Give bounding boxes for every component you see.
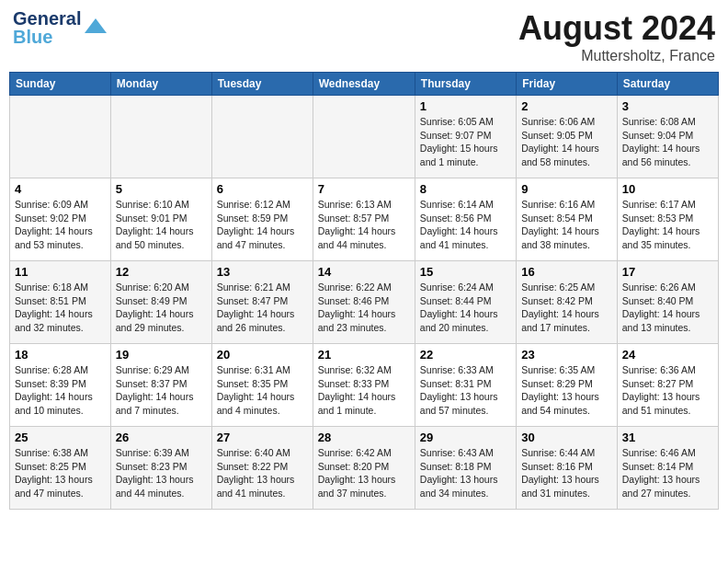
day-number: 13 (217, 265, 308, 279)
day-info: Sunrise: 6:46 AM Sunset: 8:14 PM Dayligh… (622, 446, 713, 500)
header-saturday: Saturday (617, 73, 718, 96)
day-number: 15 (420, 265, 511, 279)
header-sunday: Sunday (10, 73, 111, 96)
day-info: Sunrise: 6:28 AM Sunset: 8:39 PM Dayligh… (15, 363, 106, 418)
day-info: Sunrise: 6:36 AM Sunset: 8:27 PM Dayligh… (622, 363, 713, 418)
day-info: Sunrise: 6:33 AM Sunset: 8:31 PM Dayligh… (420, 363, 511, 418)
day-number: 24 (622, 348, 713, 362)
week-row-3: 11Sunrise: 6:18 AM Sunset: 8:51 PM Dayli… (10, 261, 719, 344)
day-info: Sunrise: 6:22 AM Sunset: 8:46 PM Dayligh… (318, 281, 410, 335)
calendar-cell: 14Sunrise: 6:22 AM Sunset: 8:46 PM Dayli… (313, 261, 415, 344)
calendar-cell: 12Sunrise: 6:20 AM Sunset: 8:49 PM Dayli… (110, 261, 211, 344)
day-info: Sunrise: 6:12 AM Sunset: 8:59 PM Dayligh… (217, 198, 308, 252)
day-info: Sunrise: 6:20 AM Sunset: 8:49 PM Dayligh… (116, 281, 207, 335)
day-number: 11 (15, 265, 106, 279)
day-info: Sunrise: 6:14 AM Sunset: 8:56 PM Dayligh… (420, 198, 511, 252)
day-number: 17 (622, 265, 713, 279)
day-number: 29 (420, 431, 511, 444)
day-info: Sunrise: 6:26 AM Sunset: 8:40 PM Dayligh… (622, 281, 713, 335)
logo-general: General (13, 9, 81, 28)
calendar-cell: 18Sunrise: 6:28 AM Sunset: 8:39 PM Dayli… (10, 344, 111, 427)
day-number: 16 (521, 265, 612, 279)
day-info: Sunrise: 6:16 AM Sunset: 8:54 PM Dayligh… (521, 198, 612, 252)
header-thursday: Thursday (415, 73, 516, 96)
day-info: Sunrise: 6:21 AM Sunset: 8:47 PM Dayligh… (217, 281, 308, 335)
day-number: 21 (318, 348, 410, 362)
day-number: 10 (622, 182, 713, 196)
day-number: 20 (217, 348, 308, 362)
calendar-cell: 2Sunrise: 6:06 AM Sunset: 9:05 PM Daylig… (517, 96, 618, 178)
day-number: 27 (217, 431, 308, 444)
logo-blue: Blue (13, 28, 81, 46)
day-number: 12 (116, 265, 207, 279)
week-row-4: 18Sunrise: 6:28 AM Sunset: 8:39 PM Dayli… (10, 344, 719, 427)
day-info: Sunrise: 6:08 AM Sunset: 9:04 PM Dayligh… (622, 115, 713, 169)
calendar-cell (110, 96, 211, 178)
day-number: 28 (318, 431, 410, 444)
header-friday: Friday (517, 73, 618, 96)
day-number: 9 (521, 182, 612, 196)
calendar-cell (10, 96, 111, 178)
calendar-header-row: Sunday Monday Tuesday Wednesday Thursday… (10, 73, 719, 96)
title-block: August 2024 Muttersholtz, France (518, 9, 715, 64)
calendar-cell: 22Sunrise: 6:33 AM Sunset: 8:31 PM Dayli… (415, 344, 516, 427)
calendar-cell: 21Sunrise: 6:32 AM Sunset: 8:33 PM Dayli… (313, 344, 415, 427)
calendar-cell: 19Sunrise: 6:29 AM Sunset: 8:37 PM Dayli… (110, 344, 211, 427)
calendar-cell: 29Sunrise: 6:43 AM Sunset: 8:18 PM Dayli… (415, 427, 516, 510)
day-number: 4 (15, 182, 106, 196)
calendar-cell: 16Sunrise: 6:25 AM Sunset: 8:42 PM Dayli… (517, 261, 618, 344)
day-info: Sunrise: 6:10 AM Sunset: 9:01 PM Dayligh… (116, 198, 207, 252)
day-info: Sunrise: 6:35 AM Sunset: 8:29 PM Dayligh… (521, 363, 612, 418)
calendar-cell: 8Sunrise: 6:14 AM Sunset: 8:56 PM Daylig… (415, 178, 516, 261)
day-number: 22 (420, 348, 511, 362)
day-info: Sunrise: 6:17 AM Sunset: 8:53 PM Dayligh… (622, 198, 713, 252)
day-info: Sunrise: 6:44 AM Sunset: 8:16 PM Dayligh… (521, 446, 612, 500)
calendar-cell: 10Sunrise: 6:17 AM Sunset: 8:53 PM Dayli… (617, 178, 718, 261)
calendar-cell: 17Sunrise: 6:26 AM Sunset: 8:40 PM Dayli… (617, 261, 718, 344)
day-number: 23 (521, 348, 612, 362)
calendar-cell: 9Sunrise: 6:16 AM Sunset: 8:54 PM Daylig… (517, 178, 618, 261)
day-number: 7 (318, 182, 410, 196)
calendar-cell: 26Sunrise: 6:39 AM Sunset: 8:23 PM Dayli… (110, 427, 211, 510)
calendar-cell: 6Sunrise: 6:12 AM Sunset: 8:59 PM Daylig… (211, 178, 313, 261)
svg-marker-0 (85, 18, 107, 33)
week-row-2: 4Sunrise: 6:09 AM Sunset: 9:02 PM Daylig… (10, 178, 719, 261)
day-number: 30 (521, 431, 612, 444)
calendar-cell (313, 96, 415, 178)
day-info: Sunrise: 6:42 AM Sunset: 8:20 PM Dayligh… (318, 446, 410, 500)
day-number: 25 (15, 431, 106, 444)
calendar-cell: 20Sunrise: 6:31 AM Sunset: 8:35 PM Dayli… (211, 344, 313, 427)
calendar-cell: 30Sunrise: 6:44 AM Sunset: 8:16 PM Dayli… (517, 427, 618, 510)
day-info: Sunrise: 6:29 AM Sunset: 8:37 PM Dayligh… (116, 363, 207, 418)
day-info: Sunrise: 6:05 AM Sunset: 9:07 PM Dayligh… (420, 115, 511, 169)
calendar-cell: 3Sunrise: 6:08 AM Sunset: 9:04 PM Daylig… (617, 96, 718, 178)
day-info: Sunrise: 6:31 AM Sunset: 8:35 PM Dayligh… (217, 363, 308, 418)
calendar-cell: 1Sunrise: 6:05 AM Sunset: 9:07 PM Daylig… (415, 96, 516, 178)
day-number: 5 (116, 182, 207, 196)
calendar-cell: 7Sunrise: 6:13 AM Sunset: 8:57 PM Daylig… (313, 178, 415, 261)
day-info: Sunrise: 6:43 AM Sunset: 8:18 PM Dayligh… (420, 446, 511, 500)
week-row-1: 1Sunrise: 6:05 AM Sunset: 9:07 PM Daylig… (10, 96, 719, 178)
day-info: Sunrise: 6:39 AM Sunset: 8:23 PM Dayligh… (116, 446, 207, 500)
day-info: Sunrise: 6:25 AM Sunset: 8:42 PM Dayligh… (521, 281, 612, 335)
day-number: 14 (318, 265, 410, 279)
day-number: 6 (217, 182, 308, 196)
logo-icon (83, 15, 108, 40)
calendar-cell: 28Sunrise: 6:42 AM Sunset: 8:20 PM Dayli… (313, 427, 415, 510)
calendar-cell: 13Sunrise: 6:21 AM Sunset: 8:47 PM Dayli… (211, 261, 313, 344)
day-number: 19 (116, 348, 207, 362)
day-number: 31 (622, 431, 713, 444)
day-info: Sunrise: 6:38 AM Sunset: 8:25 PM Dayligh… (15, 446, 106, 500)
day-number: 2 (521, 99, 612, 113)
day-number: 18 (15, 348, 106, 362)
calendar-cell: 31Sunrise: 6:46 AM Sunset: 8:14 PM Dayli… (617, 427, 718, 510)
header-monday: Monday (110, 73, 211, 96)
day-info: Sunrise: 6:32 AM Sunset: 8:33 PM Dayligh… (318, 363, 410, 418)
calendar-table: Sunday Monday Tuesday Wednesday Thursday… (9, 72, 719, 510)
calendar-cell (211, 96, 313, 178)
day-number: 8 (420, 182, 511, 196)
header-wednesday: Wednesday (313, 73, 415, 96)
day-number: 3 (622, 99, 713, 113)
day-info: Sunrise: 6:06 AM Sunset: 9:05 PM Dayligh… (521, 115, 612, 169)
day-number: 26 (116, 431, 207, 444)
